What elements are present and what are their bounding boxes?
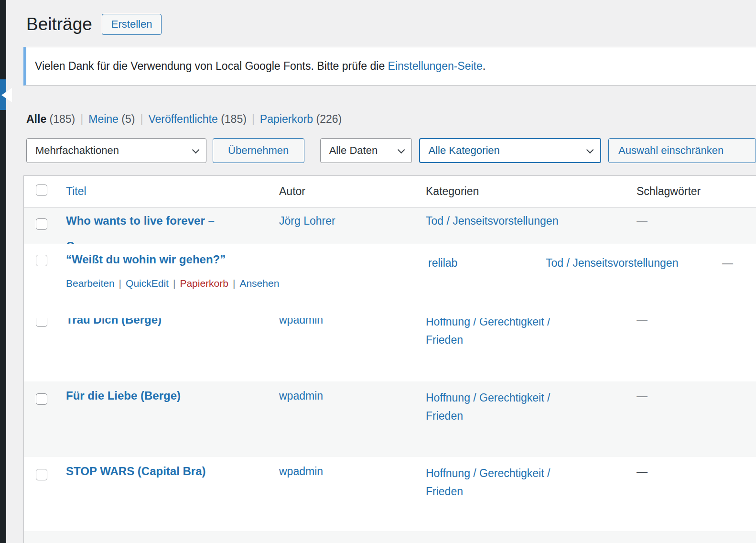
filter-meine-count: (5): [121, 113, 135, 125]
post-status-filters: Alle (185)Meine (5)Veröffentlichte (185)…: [26, 113, 756, 126]
dates-filter-select[interactable]: Alle Daten: [320, 138, 412, 163]
notice-text: Vielen Dank für die Verwendung von Local…: [35, 60, 388, 72]
table-row: Who wants to live forever – Q Jörg Lohre…: [24, 207, 756, 244]
filter-veroeffentlichte-count: (185): [221, 113, 247, 125]
filter-veroeffentlichte-link[interactable]: Veröffentlichte: [148, 113, 217, 125]
author-link[interactable]: wpadmin: [279, 465, 323, 478]
filter-papierkorb: Papierkorb (226): [260, 113, 342, 125]
categories-link[interactable]: Hoffnung / Gerechtigkeit / Frieden: [426, 389, 584, 425]
row-checkbox[interactable]: [36, 318, 47, 327]
author-link[interactable]: wpadmin: [279, 390, 323, 402]
page-title: Beiträge: [26, 13, 92, 36]
action-bearbeiten[interactable]: Bearbeiten: [66, 278, 115, 289]
row-checkbox[interactable]: [36, 255, 47, 266]
tags-empty-dash: —: [637, 465, 648, 478]
categories-link[interactable]: Hoffnung / Gerechtigkeit / Frieden: [426, 464, 584, 500]
bulk-actions-select[interactable]: Mehrfachaktionen: [26, 138, 206, 163]
column-header-schlagwoerter: Schlagwörter: [637, 185, 701, 197]
table-header-row: Titel Autor Kategorien Schlagwörter: [24, 176, 756, 207]
filter-meine-link[interactable]: Meine: [88, 113, 119, 125]
filter-papierkorb-link[interactable]: Papierkorb: [260, 113, 313, 125]
categories-filter-select[interactable]: Alle Kategorien: [419, 138, 602, 163]
create-post-button[interactable]: Erstellen: [102, 14, 162, 35]
action-separator: |: [173, 278, 175, 289]
row-actions: Bearbeiten|QuickEdit|Papierkorb|Ansehen: [66, 278, 279, 289]
post-title-link[interactable]: “Weißt du wohin wir gehen?”: [66, 252, 226, 267]
table-row-hovered: “Weißt du wohin wir gehen?” Bearbeiten|Q…: [24, 244, 756, 318]
column-header-titel[interactable]: Titel: [66, 185, 86, 197]
chevron-down-icon: [586, 146, 594, 153]
post-title-link[interactable]: Trau Dich (Berge): [66, 318, 162, 327]
tags-empty-dash: —: [637, 390, 648, 402]
action-papierkorb[interactable]: Papierkorb: [180, 278, 228, 289]
categories-link[interactable]: relilab: [428, 256, 457, 270]
dates-filter-value: Alle Daten: [329, 144, 378, 157]
categories-link[interactable]: Hoffnung / Gerechtigkeit / Frieden: [426, 318, 584, 349]
post-title-link[interactable]: Who wants to live forever –: [66, 214, 215, 228]
settings-page-link[interactable]: Einstellungen-Seite: [388, 60, 483, 72]
action-separator: |: [119, 278, 121, 289]
filter-alle-count: (185): [50, 113, 76, 125]
column-header-kategorien: Kategorien: [426, 185, 479, 197]
tags-empty-dash: —: [637, 318, 648, 326]
categories-link[interactable]: Tod / Jenseitsvorstellungen: [426, 214, 558, 228]
filter-papierkorb-count: (226): [316, 113, 342, 125]
categories-filter-value: Alle Kategorien: [429, 144, 500, 157]
table-row-partial: [24, 531, 756, 543]
notice-banner: Vielen Dank für die Verwendung von Local…: [23, 47, 756, 86]
post-title-second-line-clipped[interactable]: Q: [66, 239, 279, 244]
tags-empty-dash: —: [637, 215, 648, 227]
chevron-down-icon: [397, 146, 405, 153]
action-quickedit[interactable]: QuickEdit: [126, 278, 169, 289]
tags-empty-dash: —: [722, 256, 733, 270]
table-row: STOP WARS (Capital Bra) wpadmin Hoffnung…: [24, 457, 756, 531]
header-checkbox-cell: [24, 185, 65, 199]
row-checkbox[interactable]: [36, 469, 47, 480]
posts-admin-content: Beiträge Erstellen Vielen Dank für die V…: [6, 0, 756, 543]
filter-alle: Alle (185): [26, 113, 88, 125]
current-menu-arrow-icon: [1, 88, 12, 102]
filter-alle-link[interactable]: Alle: [26, 113, 46, 125]
page-header: Beiträge Erstellen: [26, 13, 756, 36]
select-all-checkbox[interactable]: [36, 185, 47, 196]
author-link[interactable]: Jörg Lohrer: [279, 215, 335, 227]
table-row: Trau Dich (Berge) wpadmin Hoffnung / Ger…: [24, 318, 756, 381]
post-title-link[interactable]: Für die Liebe (Berge): [66, 389, 181, 403]
filter-meine: Meine (5): [88, 113, 148, 125]
table-row: Für die Liebe (Berge) wpadmin Hoffnung /…: [24, 381, 756, 457]
row-checkbox[interactable]: [36, 218, 47, 230]
post-title-link[interactable]: STOP WARS (Capital Bra): [66, 464, 206, 478]
row-checkbox[interactable]: [36, 393, 47, 405]
admin-menu-edge[interactable]: [0, 0, 6, 543]
posts-table: Titel Autor Kategorien Schlagwörter Who …: [23, 175, 756, 543]
filter-veroeffentlichte: Veröffentlichte (185): [148, 113, 259, 125]
bulk-actions-value: Mehrfachaktionen: [35, 144, 119, 157]
apply-button[interactable]: Übernehmen: [213, 138, 304, 163]
author-link[interactable]: wpadmin: [279, 318, 323, 326]
column-header-autor: Autor: [279, 185, 305, 197]
notice-suffix: .: [483, 60, 486, 72]
action-ansehen[interactable]: Ansehen: [239, 278, 279, 289]
list-table-toolbar: Mehrfachaktionen Übernehmen Alle Daten A…: [26, 138, 756, 163]
chevron-down-icon: [192, 146, 199, 153]
limit-selection-button[interactable]: Auswahl einschränken: [608, 138, 756, 163]
action-separator: |: [233, 278, 235, 289]
categories-link[interactable]: Tod / Jenseitsvorstellungen: [546, 256, 678, 270]
